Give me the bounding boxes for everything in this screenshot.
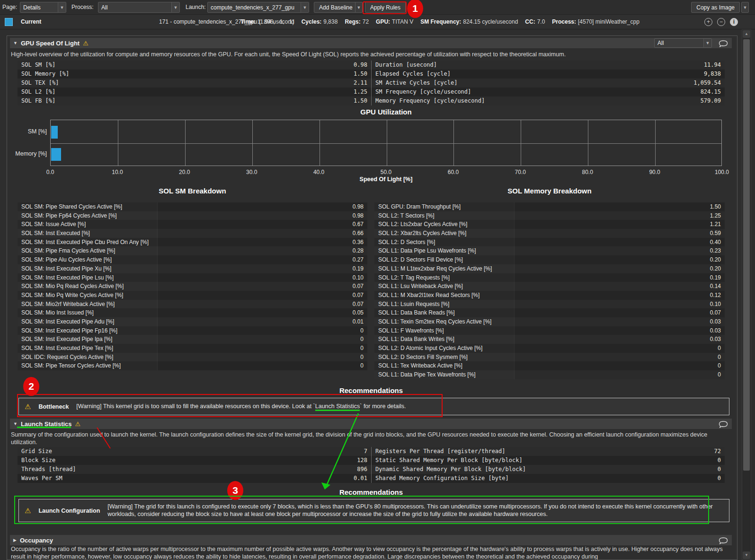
table-row: Waves Per SM0.01: [18, 474, 371, 483]
rule-text: [Warning] The grid for this launch is co…: [107, 503, 723, 518]
table-row: SOL FB [%]1.50: [18, 96, 371, 105]
table-row: SOL L1: Lsu Writeback Active [%]0.14: [374, 282, 725, 291]
copy-as-image-button[interactable]: Copy as Image: [691, 2, 740, 13]
launch-dropdown[interactable]: compute_tendencies_x_277_gpu ▼: [207, 2, 309, 13]
table-row: SOL SM: Mio Inst Issued [%]0.05: [18, 308, 367, 317]
chart-bar-sm: [51, 126, 58, 139]
process-dropdown[interactable]: All ▼: [98, 2, 180, 13]
kernel-stat: SM Frequency:824.15 cycle/usecond: [420, 18, 518, 25]
memory-breakdown-table: SOL GPU: Dram Throughput [%]1.50SOL L2: …: [374, 202, 725, 379]
top-toolbar: Page: Details ▼ Process: All ▼ Launch: c…: [0, 0, 755, 15]
table-row: Duration [usecond]11.94: [372, 61, 725, 70]
table-row: SOL SM: Inst Executed Pipe Tex [%]0: [18, 344, 367, 353]
table-row: Grid Size7: [18, 447, 371, 456]
table-row: SOL TEX [%]2.11: [18, 79, 371, 88]
chart-gridline: [252, 120, 253, 166]
table-row: SM Frequency [cycle/usecond]824.15: [372, 88, 725, 96]
table-row: SOL SM: Inst Executed Pipe Xu [%]0.19: [18, 264, 367, 273]
chart-gridline: [387, 120, 387, 166]
table-row: SOL SM: Issue Active [%]0.67: [18, 220, 367, 229]
warning-icon: ⚠: [25, 402, 31, 411]
kernel-stats: Time:11.94 usecond Cycles:9,838 Regs:72 …: [240, 18, 640, 25]
table-row: SOL L2: D Sectors Fill Device [%]0.20: [374, 255, 725, 264]
rule-name: Bottleneck: [38, 403, 69, 410]
chart-title: GPU Utilization: [50, 108, 722, 116]
scroll-up-icon[interactable]: ▲: [743, 30, 750, 38]
launch-label: Launch:: [186, 4, 206, 10]
bottleneck-recommendation: ⚠ Bottleneck [Warning] This kernel grid …: [18, 398, 729, 415]
table-row: SOL L1: Tex Writeback Active [%]0: [374, 361, 725, 370]
section-header-occupancy[interactable]: ▶ Occupancy: [10, 535, 732, 545]
kernel-stat: Time:11.94 usecond: [240, 18, 294, 25]
vertical-scrollbar[interactable]: ▲ ▼: [742, 29, 751, 560]
rule-text: [Warning] This kernel grid is too small …: [76, 403, 406, 411]
section-description: Occupancy is the ratio of the number of …: [11, 546, 730, 560]
sol-summary-table: SOL SM [%]0.98SOL Memory [%]1.50SOL TEX …: [18, 61, 725, 105]
page-dropdown[interactable]: Details ▼: [20, 2, 66, 13]
launch-statistics-link[interactable]: Launch Statistics: [315, 403, 360, 411]
zoom-out-icon[interactable]: −: [717, 18, 725, 26]
chart-x-tick: 20.0: [179, 169, 190, 175]
rule-name: Launch Configuration: [38, 508, 100, 514]
chart-gridline: [521, 120, 521, 166]
collapse-icon: ▼: [13, 421, 18, 426]
table-row: SOL L1: Texin Sm2tex Req Cycles Active […: [374, 317, 725, 326]
warning-icon: ⚠: [75, 420, 81, 428]
table-row: Memory Frequency [cycle/usecond]579.09: [372, 96, 725, 105]
table-row: SOL SM: Mio Pq Write Cycles Active [%]0.…: [18, 291, 367, 300]
chart-gridline: [655, 120, 656, 166]
info-icon[interactable]: i: [730, 18, 738, 26]
chart-x-tick: 80.0: [582, 169, 593, 175]
section-header-gpu-speed-of-light[interactable]: ▼ GPU Speed Of Light ⚠ All ▼: [10, 38, 732, 48]
kernel-stat: Cycles:9,838: [302, 18, 338, 25]
kernel-stat: Regs:72: [345, 18, 369, 25]
comment-icon[interactable]: [718, 420, 728, 428]
chart-x-tick: 10.0: [112, 169, 123, 175]
add-baseline-button[interactable]: Add Baseline: [314, 2, 358, 13]
section-description: Summary of the configuration used to lau…: [11, 431, 730, 446]
scrollbar-thumb[interactable]: [743, 39, 750, 471]
kernel-info-bar: Current 171 - compute_tendencies_x_277_g…: [0, 15, 755, 29]
sol-filter-dropdown[interactable]: All ▼: [654, 38, 712, 48]
table-row: SOL SM: Inst Executed Pipe Cbu Pred On A…: [18, 238, 367, 247]
copy-as-image-menu-button[interactable]: ▼: [741, 2, 749, 13]
apply-rules-button[interactable]: Apply Rules: [365, 2, 406, 13]
sm-breakdown-title: SOL SM Breakdown: [18, 187, 367, 195]
table-row: Threads [thread]896: [18, 465, 371, 474]
kernel-stat: GPU:TITAN V: [376, 18, 413, 25]
chevron-down-icon: ▼: [703, 39, 711, 47]
table-row: SOL L1: Data Bank Reads [%]0.07: [374, 308, 725, 317]
scroll-down-icon[interactable]: ▼: [743, 551, 750, 559]
chart-gridline: [185, 120, 186, 166]
section-header-launch-statistics[interactable]: ▼ Launch Statistics ⚠: [10, 419, 732, 429]
kernel-stat: CC:7.0: [525, 18, 545, 25]
comment-icon[interactable]: [718, 536, 728, 544]
warning-icon: ⚠: [25, 507, 31, 515]
table-row: Dynamic Shared Memory Per Block [byte/bl…: [372, 465, 725, 474]
table-row: SOL SM: Inst Executed Pipe Lsu [%]0.10: [18, 273, 367, 282]
add-baseline-menu-button[interactable]: ▼: [355, 2, 363, 13]
launch-configuration-recommendation: ⚠ Launch Configuration [Warning] The gri…: [18, 499, 729, 522]
launch-table-left: Grid Size7Block Size128Threads [thread]8…: [18, 447, 371, 483]
table-row: SOL L1: Data Pipe Tex Wavefronts [%]0: [374, 370, 725, 379]
chevron-down-icon: ▼: [58, 2, 66, 12]
table-row: Static Shared Memory Per Block [byte/blo…: [372, 456, 725, 465]
collapse-icon: ▶: [13, 538, 17, 542]
chart-x-tick: 50.0: [381, 169, 391, 175]
comment-icon[interactable]: [718, 39, 728, 47]
table-row: Elapsed Cycles [cycle]9,838: [372, 70, 725, 79]
warning-icon: ⚠: [83, 40, 89, 47]
table-row: SOL L1: M L1tex2xbar Req Cycles Active […: [374, 264, 725, 273]
chart-gridline: [118, 120, 118, 166]
table-row: SOL SM: Inst Executed Pipe Fp16 [%]0: [18, 326, 367, 335]
page-label: Page:: [2, 4, 17, 10]
chart-category-sm: SM [%]: [7, 125, 47, 138]
table-row: SOL L2: D Sectors [%]0.40: [374, 238, 725, 247]
gpu-utilization-plot: [50, 120, 722, 166]
table-row: SOL GPU: Dram Throughput [%]1.50: [374, 202, 725, 211]
zoom-in-icon[interactable]: +: [704, 18, 712, 26]
table-row: SOL L1: Data Pipe Lsu Wavefronts [%]0.23: [374, 246, 725, 255]
current-label: Current: [21, 18, 41, 25]
table-row: SOL L1: F Wavefronts [%]0.03: [374, 326, 725, 335]
table-row: Block Size128: [18, 456, 371, 465]
